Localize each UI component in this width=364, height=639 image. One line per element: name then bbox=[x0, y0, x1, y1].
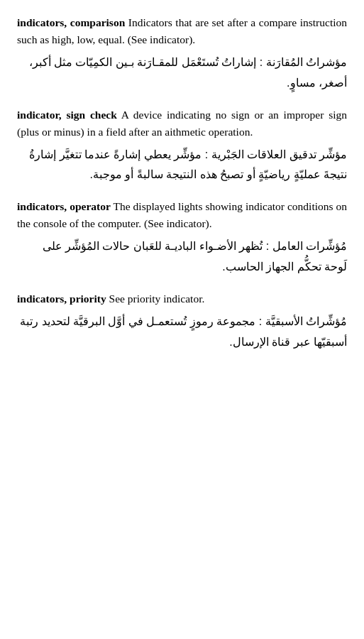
subterm-comparison-label: comparison bbox=[70, 16, 126, 28]
subterm-operator-label: operator bbox=[70, 200, 111, 212]
entry-arabic-3: مُؤشِّراتُ الأسبقيَّة : مجموعة رموزٍ تُس… bbox=[17, 312, 347, 353]
entry-arabic-0: مؤشراتُ المُقارَنة : إشاراتُ تُستَعْمَل … bbox=[17, 53, 347, 94]
entry-indicators-priority: indicators, priority See priority indica… bbox=[17, 290, 347, 353]
term-indicators: indicators, bbox=[17, 16, 67, 28]
subterm-priority-label: priority bbox=[70, 293, 106, 305]
entry-arabic-1: مؤشِّر تدقيق العلاقات الجَبْرية : مؤشِّر… bbox=[17, 145, 347, 186]
entry-indicators-comparison: indicators, comparison Indicators that a… bbox=[17, 14, 347, 94]
entry-3-definition: See priority indicator. bbox=[109, 293, 205, 305]
term-indicator-sign-check: indicator, sign check bbox=[17, 109, 117, 121]
entry-2-definition: The displayed lights showing indicator c… bbox=[17, 200, 347, 229]
entry-english-text: indicators, comparison Indicators that a… bbox=[17, 14, 347, 48]
entry-english-text-3: indicators, priority See priority indica… bbox=[17, 290, 347, 307]
term-indicators-3: indicators, bbox=[17, 293, 67, 305]
entry-arabic-2: مُؤشِّرات العامل : تُظهر الأضـواء البادي… bbox=[17, 236, 347, 278]
entry-indicator-sign-check: indicator, sign check A device indicatin… bbox=[17, 106, 347, 186]
entry-english-text-1: indicator, sign check A device indicatin… bbox=[17, 106, 347, 141]
entry-0-definition: Indicators that are set after a compare … bbox=[17, 16, 347, 45]
term-indicators-2: indicators, bbox=[17, 200, 67, 212]
entry-english-text-2: indicators, operator The displayed light… bbox=[17, 198, 347, 232]
entry-indicators-operator: indicators, operator The displayed light… bbox=[17, 198, 347, 278]
